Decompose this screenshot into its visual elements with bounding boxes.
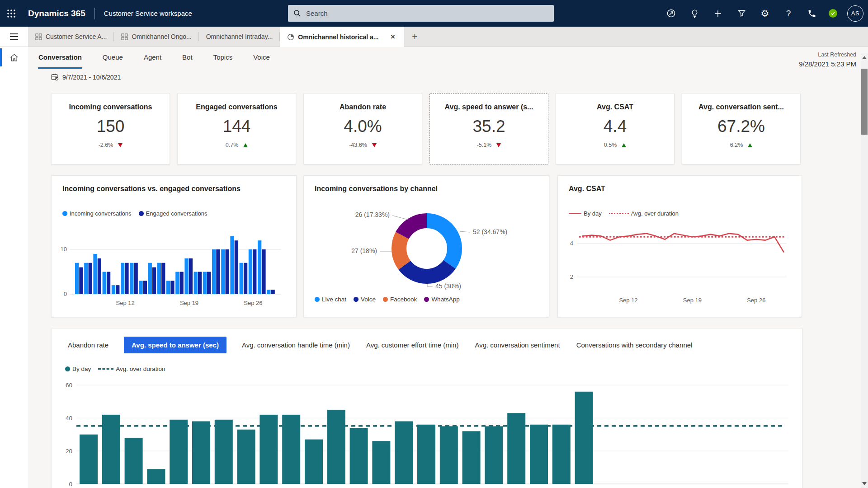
svg-text:0: 0: [69, 481, 72, 488]
metric-tab-avg-customer-effort[interactable]: Avg. customer effort time (min): [365, 337, 460, 353]
nav-tab-conversation[interactable]: Conversation: [38, 47, 82, 69]
metric-tabs: Abandon rate Avg. speed to answer (sec) …: [67, 337, 693, 353]
kpi-value: 35.2: [430, 117, 548, 136]
metric-tab-avg-sentiment[interactable]: Avg. conversation sentiment: [474, 337, 561, 353]
legend-item[interactable]: Avg. over duration: [609, 210, 679, 217]
sidebar-item-home[interactable]: [0, 47, 28, 68]
trend-up-icon: [622, 143, 626, 147]
vertical-scrollbar[interactable]: [861, 53, 868, 488]
last-refreshed-value: 9/28/2021 5:23 PM: [799, 60, 856, 68]
legend-item[interactable]: WhatsApp: [424, 296, 459, 303]
chart-legend: By day Avg. over duration: [569, 210, 679, 217]
date-range-filter[interactable]: 9/7/2021 - 10/6/2021: [51, 73, 121, 81]
lightbulb-icon[interactable]: [688, 7, 701, 20]
legend-dot-icon: [139, 211, 144, 216]
conversations-by-channel-card: Incoming conversations by channel 52 (34…: [303, 175, 549, 317]
svg-text:Sep 26: Sep 26: [244, 300, 262, 306]
metric-tab-secondary-channel[interactable]: Conversations with secondary channel: [576, 337, 693, 353]
legend-item[interactable]: Facebook: [383, 296, 417, 303]
search-icon: [293, 9, 301, 17]
legend-item[interactable]: Incoming conversations: [62, 210, 132, 217]
kpi-avg-speed-to-answer[interactable]: Avg. speed to answer (s... 35.2 -5.1%: [429, 93, 548, 164]
scrollbar-thumb[interactable]: [861, 69, 868, 135]
legend-item[interactable]: Voice: [354, 296, 376, 303]
kpi-avg-conversation-sentiment[interactable]: Avg. conversation sent... 67.2% 6.2%: [682, 93, 801, 164]
svg-text:Sep 12: Sep 12: [619, 297, 637, 304]
svg-text:45 (30%): 45 (30%): [435, 282, 461, 290]
kpi-abandon-rate[interactable]: Abandon rate 4.0% -43.6%: [303, 93, 422, 164]
nav-tab-queue[interactable]: Queue: [102, 47, 123, 69]
settings-gear-icon[interactable]: ⚙: [758, 7, 772, 20]
legend-item[interactable]: Live chat: [315, 296, 346, 303]
legend-dot-icon: [383, 297, 388, 302]
brand-title[interactable]: Dynamics 365: [28, 9, 85, 19]
kpi-value: 150: [52, 117, 170, 136]
scroll-down-icon[interactable]: [862, 482, 867, 485]
phone-icon[interactable]: [805, 7, 819, 20]
svg-text:40: 40: [66, 415, 72, 422]
kpi-title: Avg. CSAT: [556, 103, 674, 111]
kpi-title: Avg. conversation sent...: [682, 103, 800, 111]
metric-tab-avg-handle-time[interactable]: Avg. conversation handle time (min): [241, 337, 351, 353]
chart-legend: Incoming conversations Engaged conversat…: [62, 210, 207, 217]
legend-item[interactable]: By day: [569, 210, 602, 217]
metric-tab-abandon-rate[interactable]: Abandon rate: [67, 337, 109, 353]
filter-icon[interactable]: [735, 7, 748, 20]
active-item-accent: [0, 48, 2, 66]
chart-title: Incoming conversations vs. engaged conve…: [62, 185, 241, 193]
header-actions: ⚙ ? AS: [664, 0, 863, 27]
header-divider: [94, 8, 95, 19]
avatar[interactable]: AS: [847, 5, 863, 22]
waffle-grid-icon: [6, 9, 16, 19]
close-icon[interactable]: ✕: [388, 33, 397, 41]
avg-csat-card: Avg. CSAT By day Avg. over duration 42Se…: [557, 175, 802, 317]
nav-tab-topics[interactable]: Topics: [213, 47, 233, 69]
incoming-vs-engaged-chart[interactable]: 100Sep 12Sep 19Sep 26: [52, 226, 297, 315]
svg-text:26 (17.33%): 26 (17.33%): [355, 211, 390, 218]
svg-text:10: 10: [61, 246, 67, 253]
app-name[interactable]: Customer Service workspace: [104, 9, 192, 17]
legend-item[interactable]: Avg. over duration: [98, 366, 165, 372]
new-tab-icon[interactable]: +: [404, 27, 425, 47]
presence-available-icon[interactable]: [829, 9, 837, 18]
tab-omnichannel-intraday[interactable]: Omnichannel Intraday...: [199, 27, 280, 47]
calendar-icon: [51, 73, 59, 81]
tab-customer-service-agent[interactable]: Customer Service A...: [28, 27, 114, 47]
svg-text:4: 4: [570, 240, 573, 247]
help-icon[interactable]: ?: [782, 7, 795, 20]
avg-speed-bar-chart[interactable]: 6040200: [52, 377, 803, 488]
tab-omnichannel-ongoing[interactable]: Omnichannel Ongo...: [114, 27, 198, 47]
kpi-delta: 0.5%: [604, 142, 617, 148]
scroll-up-icon[interactable]: [862, 56, 867, 59]
metric-tab-avg-speed-to-answer[interactable]: Avg. speed to answer (sec): [124, 337, 226, 353]
svg-text:20: 20: [66, 448, 72, 455]
app-header: Dynamics 365 Customer Service workspace: [0, 0, 868, 27]
waffle-icon[interactable]: [0, 0, 23, 27]
kpi-title: Avg. speed to answer (s...: [430, 103, 548, 111]
avg-csat-line-chart[interactable]: 42Sep 12Sep 19Sep 26: [558, 226, 802, 315]
tab-label: Omnichannel Ongo...: [132, 33, 191, 40]
search-input[interactable]: [305, 9, 548, 18]
global-search[interactable]: [288, 5, 554, 22]
kpi-incoming-conversations[interactable]: Incoming conversations 150 -2.6%: [51, 93, 170, 164]
incoming-vs-engaged-card: Incoming conversations vs. engaged conve…: [51, 175, 297, 317]
tab-omnichannel-historical[interactable]: Omnichannel historical a... ✕: [280, 27, 404, 47]
dashboard-nav-tabs: Conversation Queue Agent Bot Topics Voic…: [38, 47, 270, 69]
legend-dashed-line-icon: [98, 368, 113, 370]
channel-donut-chart[interactable]: 52 (34.67%)45 (30%)27 (18%)26 (17.33%): [304, 198, 550, 293]
kpi-avg-csat[interactable]: Avg. CSAT 4.4 0.5%: [556, 93, 675, 164]
kpi-delta: -43.6%: [349, 142, 367, 148]
nav-tab-bot[interactable]: Bot: [182, 47, 193, 69]
legend-item[interactable]: By day: [65, 366, 91, 372]
kpi-engaged-conversations[interactable]: Engaged conversations 144 0.7%: [177, 93, 296, 164]
nav-tab-voice[interactable]: Voice: [253, 47, 270, 69]
legend-item[interactable]: Engaged conversations: [139, 210, 208, 217]
tab-label: Customer Service A...: [46, 33, 107, 40]
add-icon[interactable]: [711, 7, 725, 20]
nav-tab-agent[interactable]: Agent: [143, 47, 162, 69]
hamburger-menu-icon[interactable]: [0, 27, 28, 47]
quick-launch-icon[interactable]: [664, 7, 678, 20]
trend-down-icon: [496, 143, 501, 147]
kpi-delta: 0.7%: [226, 142, 239, 148]
session-tab-strip: Customer Service A... Omnichannel Ongo..…: [0, 27, 868, 47]
